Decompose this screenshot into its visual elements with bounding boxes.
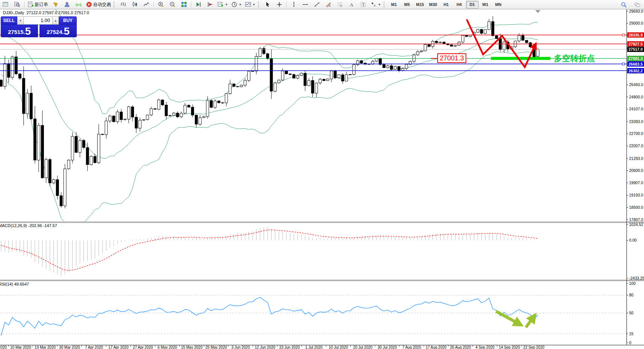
arrows-button[interactable]: ▼ bbox=[369, 0, 383, 9]
svg-text:15: 15 bbox=[629, 331, 634, 336]
svg-text:17807.0: 17807.0 bbox=[629, 217, 643, 222]
svg-text:23393.0: 23393.0 bbox=[629, 119, 643, 124]
toolbar-grip[interactable] bbox=[114, 1, 116, 7]
chart-canvas[interactable]: 27001.3多空转折点MACD(12,26,9) -202.96 -147.5… bbox=[0, 0, 644, 349]
svg-text:4 Sep 2020: 4 Sep 2020 bbox=[475, 345, 495, 349]
line-chart-button[interactable] bbox=[141, 0, 152, 9]
svg-text:26302.2: 26302.2 bbox=[629, 69, 643, 73]
sell-price-button[interactable]: 27515.5 bbox=[1, 25, 38, 37]
svg-text:24107.0: 24107.0 bbox=[629, 107, 643, 111]
sell-price-pips: 5 bbox=[25, 26, 31, 37]
svg-text:A: A bbox=[350, 2, 353, 7]
buy-price-button[interactable]: 27524.5 bbox=[39, 25, 77, 37]
timeframe-button-d1[interactable]: D1 bbox=[466, 1, 479, 9]
templates-button[interactable]: ▼ bbox=[244, 0, 257, 9]
timeframe-button-h1[interactable]: H1 bbox=[440, 1, 453, 9]
horizontal-line-button[interactable] bbox=[300, 0, 311, 9]
rsi-line bbox=[1, 298, 538, 336]
volume-input[interactable]: 1.00 bbox=[24, 16, 52, 25]
signals-icon[interactable] bbox=[73, 0, 84, 9]
trend-line-button[interactable] bbox=[311, 0, 323, 9]
timeframe-button-m30[interactable]: M30 bbox=[427, 1, 440, 9]
buy-price-pips: 5 bbox=[64, 26, 70, 37]
volume-decrease-button[interactable]: ▼ bbox=[17, 16, 24, 25]
market-watch-icon[interactable] bbox=[50, 0, 61, 9]
svg-text:10 Mar 2020: 10 Mar 2020 bbox=[10, 345, 32, 349]
price-callout[interactable]: 27001.3 bbox=[431, 54, 466, 63]
svg-text:23 Jun 2020: 23 Jun 2020 bbox=[279, 345, 300, 349]
svg-text:15 May 2020: 15 May 2020 bbox=[181, 345, 203, 349]
timeframe-button-m15[interactable]: M15 bbox=[414, 1, 426, 9]
fibonacci-button[interactable]: F bbox=[334, 0, 346, 9]
timeframe-button-mn[interactable]: MN bbox=[492, 1, 505, 9]
annotation-label[interactable]: 多空转折点 bbox=[554, 54, 595, 63]
toolbar-separator bbox=[153, 1, 154, 8]
svg-text:0.00: 0.00 bbox=[629, 238, 637, 242]
new-order-button[interactable]: 新订单 bbox=[26, 0, 50, 9]
svg-text:F: F bbox=[340, 5, 342, 7]
svg-text:25493.0: 25493.0 bbox=[629, 82, 643, 87]
svg-text:21293.0: 21293.0 bbox=[629, 156, 643, 161]
trend-bar-annotation[interactable] bbox=[491, 57, 551, 60]
indicators-button[interactable]: ▼ bbox=[216, 0, 229, 9]
text-button[interactable]: A bbox=[346, 0, 357, 9]
equidistant-channel-button[interactable]: E bbox=[323, 0, 334, 9]
svg-text:22700.0: 22700.0 bbox=[629, 131, 643, 136]
periods-button[interactable]: ▼ bbox=[230, 0, 243, 9]
rsi-arrow-up-annotation[interactable] bbox=[526, 316, 534, 327]
svg-text:22007.0: 22007.0 bbox=[629, 144, 643, 148]
svg-text:80: 80 bbox=[629, 293, 634, 297]
horizontal-line-28335.9[interactable] bbox=[0, 34, 626, 36]
svg-text:27827.5: 27827.5 bbox=[629, 42, 643, 46]
bar-chart-button[interactable] bbox=[118, 0, 129, 9]
cursor-button[interactable] bbox=[262, 0, 273, 9]
timeframe-button-m5[interactable]: M5 bbox=[401, 1, 413, 9]
volume-increase-button[interactable]: ▲ bbox=[52, 16, 59, 25]
svg-text:18500.0: 18500.0 bbox=[629, 205, 643, 210]
svg-text:6 May 2020: 6 May 2020 bbox=[158, 345, 177, 349]
chat-icon[interactable] bbox=[632, 1, 643, 9]
tile-windows-button[interactable] bbox=[178, 0, 190, 9]
crosshair-button[interactable] bbox=[274, 0, 285, 9]
auto-scroll-button[interactable] bbox=[193, 0, 204, 9]
sell-price-main: 27515 bbox=[8, 28, 23, 37]
vertical-line-button[interactable] bbox=[288, 0, 299, 9]
chart-shift-button[interactable] bbox=[204, 0, 216, 9]
svg-text:7 Apr 2020: 7 Apr 2020 bbox=[85, 345, 103, 349]
macd-label: MACD(12,26,9) -202.96 -147.57 bbox=[0, 223, 57, 228]
autotrade-button[interactable]: 自动交易 bbox=[85, 0, 112, 9]
svg-text:27 Apr 2020: 27 Apr 2020 bbox=[133, 345, 153, 349]
macd-signal-line bbox=[1, 230, 538, 270]
sell-button[interactable]: SELL bbox=[1, 16, 17, 25]
timeframe-button-w1[interactable]: W1 bbox=[479, 1, 492, 9]
bollinger-bands bbox=[1, 0, 538, 226]
svg-text:17 Aug 2020: 17 Aug 2020 bbox=[426, 345, 447, 349]
buy-button[interactable]: BUY bbox=[59, 16, 77, 25]
macd-histogram bbox=[1, 227, 538, 276]
accounts-icon[interactable] bbox=[61, 0, 73, 9]
timeframe-button-h4[interactable]: H4 bbox=[453, 1, 466, 9]
svg-text:0: 0 bbox=[629, 340, 631, 345]
toolbar-grip[interactable] bbox=[258, 1, 260, 7]
svg-text:7 Aug 2020: 7 Aug 2020 bbox=[402, 345, 421, 349]
svg-text:26683.5: 26683.5 bbox=[629, 62, 643, 66]
svg-text:29000.0: 29000.0 bbox=[629, 21, 643, 25]
svg-text:29693.0: 29693.0 bbox=[629, 9, 643, 13]
zoom-out-button[interactable] bbox=[167, 0, 178, 9]
trade-panel: SELL ▼ 1.00 ▲ BUY 27515.5 27524.5 bbox=[1, 16, 77, 37]
toolbar-separator bbox=[286, 1, 287, 8]
chart-window-icon[interactable] bbox=[0, 0, 11, 9]
search-icon[interactable] bbox=[618, 1, 629, 9]
data-window-icon[interactable] bbox=[12, 0, 23, 9]
svg-text:-2433.25: -2433.25 bbox=[629, 276, 644, 280]
horizontal-line-26683.5[interactable] bbox=[0, 63, 626, 65]
text-label-button[interactable]: T bbox=[358, 0, 369, 9]
candlestick-chart-button[interactable] bbox=[129, 0, 140, 9]
svg-text:20600.0: 20600.0 bbox=[629, 168, 643, 173]
toolbar-grip[interactable] bbox=[384, 1, 386, 7]
svg-text:10 Jul 2020: 10 Jul 2020 bbox=[329, 345, 348, 349]
zoom-in-button[interactable] bbox=[155, 0, 166, 9]
timeframe-button-m1[interactable]: M1 bbox=[388, 1, 400, 9]
rsi-arrow-down-annotation[interactable] bbox=[496, 311, 520, 324]
svg-text:50: 50 bbox=[629, 311, 634, 315]
